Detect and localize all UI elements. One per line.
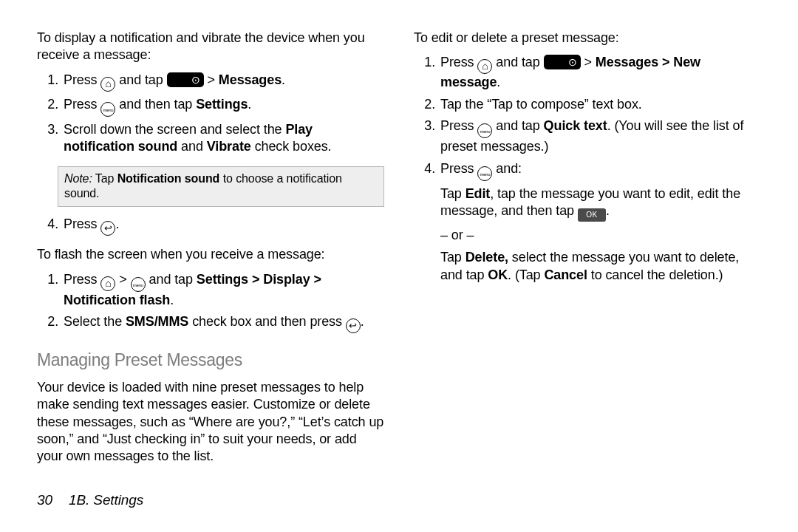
step-1: Press and tap > Messages. xyxy=(62,72,384,92)
app-button-icon xyxy=(167,72,204,87)
back-icon xyxy=(100,221,115,236)
gt-icon: > xyxy=(208,72,215,87)
note-box: Note: Tap Notification sound to choose a… xyxy=(58,166,384,208)
page-number: 30 xyxy=(37,492,52,508)
heading-preset: Managing Preset Messages xyxy=(37,349,384,372)
step-3: Scroll down the screen and select the Pl… xyxy=(62,121,384,156)
steps-notification: Press and tap > Messages. Press and then… xyxy=(37,72,384,156)
menu-icon xyxy=(131,277,146,292)
preset-paragraph: Your device is loaded with nine preset m… xyxy=(37,379,384,466)
section-label: 1B. Settings xyxy=(69,492,143,508)
flash-step-2: Select the SMS/MMS check box and then pr… xyxy=(62,313,384,333)
step-4: Press . xyxy=(62,216,384,236)
or-separator: – or – xyxy=(440,227,761,244)
menu-icon xyxy=(477,166,492,181)
edit-step-1: Press and tap > Messages > New message. xyxy=(439,54,761,91)
intro-notification: To display a notification and vibrate th… xyxy=(37,30,384,64)
intro-edit: To edit or delete a preset message: xyxy=(414,30,761,47)
menu-icon xyxy=(100,102,115,117)
app-button-icon xyxy=(544,55,581,69)
home-icon xyxy=(100,276,115,291)
intro-flash: To flash the screen when you receive a m… xyxy=(37,246,384,263)
page-footer: 301B. Settings xyxy=(37,491,143,510)
step-2: Press and then tap Settings. xyxy=(62,96,384,117)
flash-step-1: Press > and tap Settings > Display > Not… xyxy=(62,271,384,309)
menu-icon xyxy=(477,123,492,138)
edit-step-2: Tap the “Tap to compose” text box. xyxy=(439,96,761,113)
edit-option-b: Tap Delete, select the message you want … xyxy=(440,249,761,284)
right-column: To edit or delete a preset message: Pres… xyxy=(414,26,761,471)
edit-step-4: Press and: Tap Edit, tap the message you… xyxy=(439,160,761,284)
back-icon xyxy=(346,318,361,333)
home-icon xyxy=(100,77,115,92)
steps-notification-cont: Press . xyxy=(37,216,384,236)
steps-flash: Press > and tap Settings > Display > Not… xyxy=(37,271,384,333)
home-icon xyxy=(477,59,492,74)
ok-button-icon: OK xyxy=(578,208,606,222)
edit-step-3: Press and tap Quick text. (You will see … xyxy=(439,117,761,155)
steps-edit: Press and tap > Messages > New message. … xyxy=(414,54,761,284)
gt-icon: > xyxy=(119,272,126,287)
left-column: To display a notification and vibrate th… xyxy=(37,26,384,471)
edit-option-a: Tap Edit, tap the message you want to ed… xyxy=(440,185,761,222)
gt-icon: > xyxy=(584,55,592,69)
